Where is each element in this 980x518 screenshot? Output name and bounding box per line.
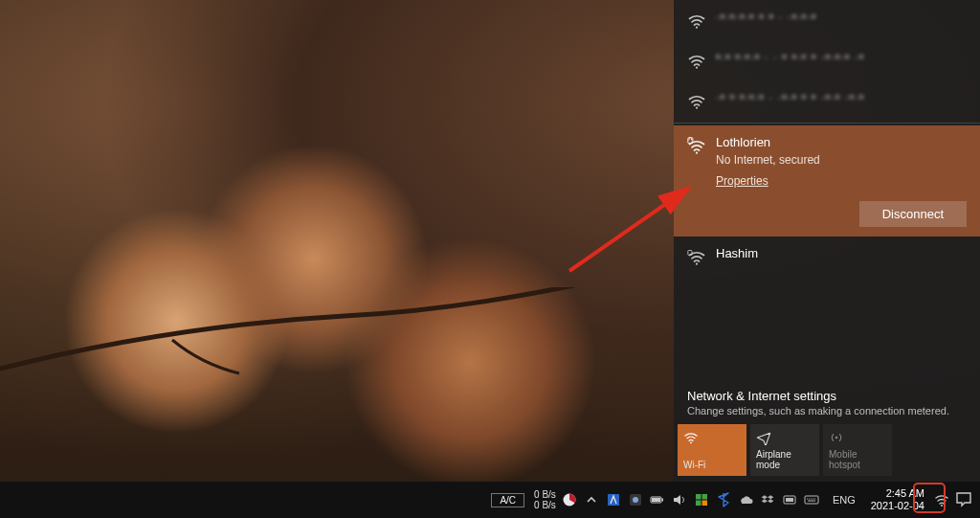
network-item-other[interactable]: Hashim [674, 236, 980, 277]
svg-rect-16 [696, 494, 702, 500]
keyboard-indicator[interactable]: A/C [491, 493, 524, 507]
svg-rect-19 [702, 501, 707, 507]
tile-label: Mobile hotspot [829, 449, 886, 470]
svg-point-2 [696, 107, 698, 109]
network-name: Lothlorien [716, 135, 967, 149]
svg-point-7 [690, 441, 692, 443]
settings-subtitle: Change settings, such as making a connec… [687, 405, 967, 417]
tray-pie-icon[interactable] [562, 492, 577, 507]
battery-icon[interactable] [650, 492, 665, 507]
network-item-hidden-3[interactable]: ·• • •·•·• · ·•·• • • ·•·• ·•·• [674, 80, 980, 121]
rate-down: 0 B/s [534, 500, 556, 510]
tray-app2-icon[interactable] [628, 492, 643, 507]
chevron-up-icon[interactable] [584, 492, 599, 507]
svg-point-3 [696, 152, 698, 154]
svg-point-0 [696, 27, 698, 29]
network-name-redacted: ·• • •·•·• · ·•·• • • ·•·• ·•·• [716, 90, 864, 104]
action-center-icon[interactable] [955, 491, 972, 508]
taskbar-clock[interactable]: 2:45 AM 2021-02-04 [871, 487, 924, 512]
security-icon[interactable] [694, 492, 709, 507]
wifi-secured-icon [687, 248, 706, 267]
network-name: Hashim [716, 246, 758, 260]
network-flyout: ·•·•·•·• • • · ·•·•·• •·• •·•·• · · • •·… [674, 0, 980, 482]
keyboard-icon[interactable] [804, 492, 819, 507]
tray-app-icon[interactable] [606, 492, 621, 507]
svg-rect-17 [702, 494, 707, 500]
tile-airplane[interactable]: Airplane mode [750, 424, 819, 476]
svg-rect-18 [696, 501, 702, 507]
volume-icon[interactable] [672, 492, 687, 507]
divider [674, 123, 980, 124]
wifi-icon [687, 92, 706, 111]
tray-misc-icon[interactable] [782, 492, 797, 507]
network-item-hidden-2[interactable]: •·• •·•·• · · • •·• • ·•·•·• ·• [674, 40, 980, 80]
clock-time: 2:45 AM [886, 487, 924, 500]
tile-wifi[interactable]: Wi-Fi [678, 424, 746, 476]
svg-rect-21 [786, 498, 793, 502]
dropbox-icon[interactable] [760, 492, 775, 507]
svg-point-5 [696, 263, 698, 265]
network-settings-link[interactable]: Network & Internet settings Change setti… [674, 379, 980, 424]
network-list: ·•·•·•·• • • · ·•·•·• •·• •·•·• · · • •·… [674, 0, 980, 379]
clock-date: 2021-02-04 [871, 500, 924, 512]
rate-up: 0 B/s [534, 489, 556, 500]
network-name-redacted: •·• •·•·• · · • •·• • ·•·•·• ·• [716, 50, 864, 64]
network-status: No Internet, secured [716, 153, 967, 167]
hotspot-icon [829, 430, 844, 445]
network-item-hidden-1[interactable]: ·•·•·•·• • • · ·•·•·• [674, 0, 980, 40]
network-tray-icon[interactable] [934, 492, 949, 507]
network-name-redacted: ·•·•·•·• • • · ·•·•·• [716, 10, 816, 24]
taskbar: A/C 0 B/s 0 B/s ENG 2:45 AM 2021-02-04 [0, 482, 980, 518]
wifi-secured-icon [687, 137, 706, 156]
tile-label: Airplane mode [756, 449, 813, 470]
properties-link[interactable]: Properties [716, 174, 967, 188]
svg-rect-15 [652, 498, 660, 502]
network-rate-indicator: 0 B/s 0 B/s [534, 489, 556, 510]
svg-point-12 [633, 497, 638, 503]
network-item-selected[interactable]: Lothlorien No Internet, secured Properti… [674, 125, 980, 236]
settings-title: Network & Internet settings [687, 389, 967, 403]
wifi-icon [687, 11, 706, 31]
svg-point-1 [696, 67, 698, 69]
airplane-icon [756, 430, 771, 445]
quick-action-tiles: Wi-Fi Airplane mode Mobile hotspot [674, 424, 980, 482]
wifi-icon [687, 52, 706, 71]
disconnect-button[interactable]: Disconnect [859, 201, 967, 227]
svg-point-8 [835, 437, 838, 439]
svg-rect-22 [805, 496, 818, 504]
svg-rect-14 [661, 499, 663, 502]
bluetooth-icon[interactable] [716, 492, 731, 507]
svg-point-23 [941, 505, 943, 507]
onedrive-icon[interactable] [738, 492, 753, 507]
tile-label: Wi-Fi [683, 460, 741, 470]
tile-hotspot[interactable]: Mobile hotspot [823, 424, 892, 476]
wifi-icon [683, 430, 699, 445]
language-indicator[interactable]: ENG [833, 494, 856, 506]
